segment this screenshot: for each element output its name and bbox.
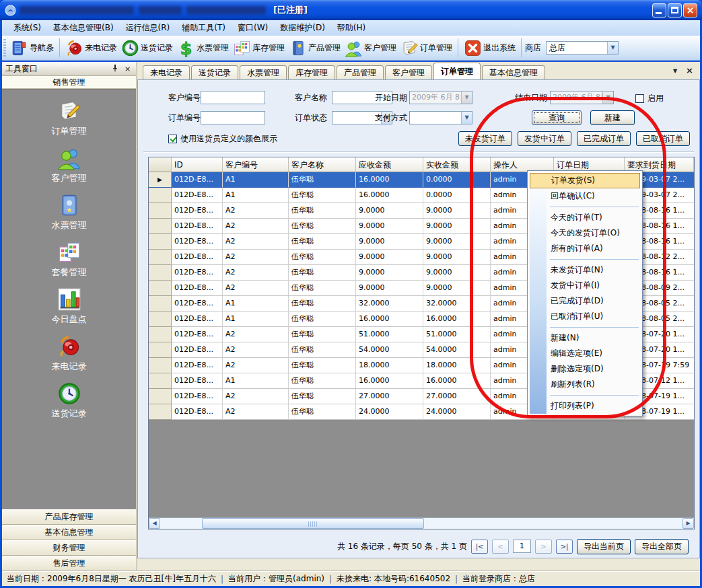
export-all-pages-button[interactable]: 导出全部页 (635, 539, 689, 554)
sidebar-section-product-inventory[interactable]: 产品库存管理 (2, 509, 136, 525)
sidebar-item-orders[interactable]: 订单管理 (52, 99, 87, 137)
prev-page-button[interactable]: < (492, 540, 509, 554)
menu-data-maintenance[interactable]: 数据维护(D) (274, 20, 331, 36)
query-button[interactable]: 查询 (532, 110, 582, 125)
row-selector[interactable] (149, 219, 172, 234)
sidebar-item-packages[interactable]: 套餐管理 (52, 240, 87, 279)
row-selector[interactable] (149, 389, 172, 404)
column-header[interactable]: 实收金额 (423, 157, 491, 172)
sidebar-item-daily-check[interactable]: 今日盘点 (52, 287, 87, 326)
payment-combobox[interactable]: ▼ (409, 111, 472, 124)
row-selector[interactable] (149, 358, 172, 373)
ctx-completed-orders[interactable]: 已完成订单(D) (530, 293, 640, 309)
enable-checkbox[interactable] (635, 94, 644, 103)
sidebar-item-water-tickets[interactable]: 水票管理 (52, 193, 87, 231)
column-header[interactable]: 应收金额 (356, 157, 423, 172)
delivery-color-checkbox[interactable] (168, 135, 177, 143)
new-button[interactable]: 新建 (590, 110, 635, 125)
sidebar-item-delivery-records[interactable]: 送货记录 (52, 381, 87, 420)
sidebar-item-customers[interactable]: 客户管理 (52, 146, 87, 184)
minimize-button[interactable] (652, 3, 666, 17)
close-icon[interactable]: × (122, 64, 133, 74)
sidebar-item-call-records[interactable]: 来电记录 (52, 334, 87, 373)
row-selector[interactable] (149, 311, 172, 327)
row-selector[interactable] (149, 296, 172, 311)
toolbar-delivery-records[interactable]: 送货记录 (119, 38, 175, 59)
chevron-down-icon[interactable]: ▼ (673, 68, 677, 74)
shipping-orders-button[interactable]: 发货中订单 (518, 131, 571, 146)
menu-window[interactable]: 窗口(W) (232, 20, 274, 36)
chevron-down-icon[interactable]: ▼ (461, 112, 472, 124)
chevron-down-icon[interactable]: ▼ (607, 42, 618, 54)
next-page-button[interactable]: > (535, 540, 552, 554)
column-header[interactable]: 客户编号 (223, 157, 289, 172)
ctx-refresh-list[interactable]: 刷新列表(R) (530, 377, 640, 392)
tab-customers[interactable]: 客户管理 (385, 65, 432, 79)
sidebar-section-after-sales[interactable]: 售后管理 (2, 556, 136, 571)
cancelled-orders-button[interactable]: 已取消订单 (636, 131, 690, 146)
toolbar-customers[interactable]: 客户管理 (343, 38, 398, 59)
completed-orders-button[interactable]: 已完成订单 (577, 131, 631, 146)
ctx-order-ship[interactable]: 订单发货(S) (530, 173, 640, 188)
tab-basic-info[interactable]: 基本信息管理 (482, 65, 545, 79)
toolbar-orders[interactable]: 订单管理 (398, 38, 454, 59)
pin-icon[interactable] (110, 64, 120, 74)
ctx-today-orders[interactable]: 今天的订单(T) (530, 210, 640, 225)
ctx-all-orders[interactable]: 所有的订单(A) (530, 241, 640, 256)
maximize-button[interactable] (668, 3, 682, 17)
last-page-button[interactable]: >| (556, 540, 573, 554)
menu-runtime-info[interactable]: 运行信息(R) (120, 20, 176, 36)
unshipped-orders-button[interactable]: 未发货订单 (458, 131, 512, 146)
row-selector[interactable] (149, 281, 172, 296)
sidebar-section-sales[interactable]: 销售管理 (2, 76, 136, 89)
row-selector[interactable] (149, 327, 172, 342)
customer-no-input[interactable] (201, 91, 265, 104)
start-date-picker[interactable]: 2009年 6月 8日 ▼ (409, 91, 472, 104)
row-selector[interactable] (149, 188, 172, 203)
ctx-unshipped-orders[interactable]: 未发货订单(N) (530, 262, 640, 278)
scrollbar-track[interactable] (160, 518, 682, 529)
column-header[interactable]: 客户名称 (289, 157, 356, 172)
toolbar-inventory[interactable]: 库存管理 (231, 38, 287, 59)
tab-call-records[interactable]: 来电记录 (143, 65, 190, 79)
toolbar-exit[interactable]: 退出系统 (462, 38, 518, 59)
row-selector[interactable] (149, 265, 172, 281)
ctx-shipping-orders[interactable]: 发货中订单(I) (530, 278, 640, 293)
scrollbar-thumb[interactable] (202, 518, 424, 529)
order-no-input[interactable] (201, 111, 265, 124)
export-current-page-button[interactable]: 导出当前页 (577, 539, 631, 554)
toolbar-call-records[interactable]: 来电记录 (63, 38, 119, 59)
ctx-today-ship-orders[interactable]: 今天的发货订单(O) (530, 225, 640, 241)
row-selector[interactable] (149, 203, 172, 219)
ctx-new[interactable]: 新建(N) (530, 330, 640, 346)
first-page-button[interactable]: |< (471, 540, 488, 554)
menu-basic-info[interactable]: 基本信息管理(B) (47, 20, 120, 36)
ctx-edit-selected[interactable]: 编辑选定项(E) (530, 346, 640, 361)
tab-inventory[interactable]: 库存管理 (288, 65, 335, 79)
toolbar-products[interactable]: 产品管理 (287, 38, 343, 59)
tab-orders[interactable]: 订单管理 (433, 63, 481, 79)
menu-system[interactable]: 系统(S) (7, 20, 47, 36)
close-button[interactable]: × (683, 3, 697, 17)
row-selector[interactable]: ▶ (149, 172, 172, 188)
row-selector[interactable] (149, 373, 172, 389)
menu-help[interactable]: 帮助(H) (331, 20, 372, 36)
column-header[interactable]: ID (172, 157, 223, 172)
ctx-delete-selected[interactable]: 删除选定项(D) (530, 361, 640, 377)
toolbar-grip[interactable] (3, 39, 6, 57)
close-icon[interactable]: × (686, 67, 693, 75)
row-selector[interactable] (149, 234, 172, 250)
tab-delivery-records[interactable]: 送货记录 (191, 65, 238, 79)
row-selector[interactable] (149, 250, 172, 265)
row-selector[interactable] (149, 342, 172, 358)
scroll-right-icon[interactable]: ▶ (682, 518, 694, 529)
store-combobox[interactable]: 总店 ▼ (546, 41, 619, 54)
ctx-print-list[interactable]: 打印列表(P) (530, 398, 640, 414)
horizontal-scrollbar[interactable]: ◀ ▶ (149, 517, 694, 529)
toolbar-water-tickets[interactable]: $水票管理 (175, 38, 231, 59)
tab-water-tickets[interactable]: 水票管理 (240, 65, 287, 79)
end-date-picker[interactable]: 2009年 6月 8日 ▼ (550, 91, 614, 104)
toolbar-navbar[interactable]: 导航条 (8, 38, 56, 59)
scroll-left-icon[interactable]: ◀ (149, 518, 160, 529)
tab-products[interactable]: 产品管理 (337, 65, 384, 79)
